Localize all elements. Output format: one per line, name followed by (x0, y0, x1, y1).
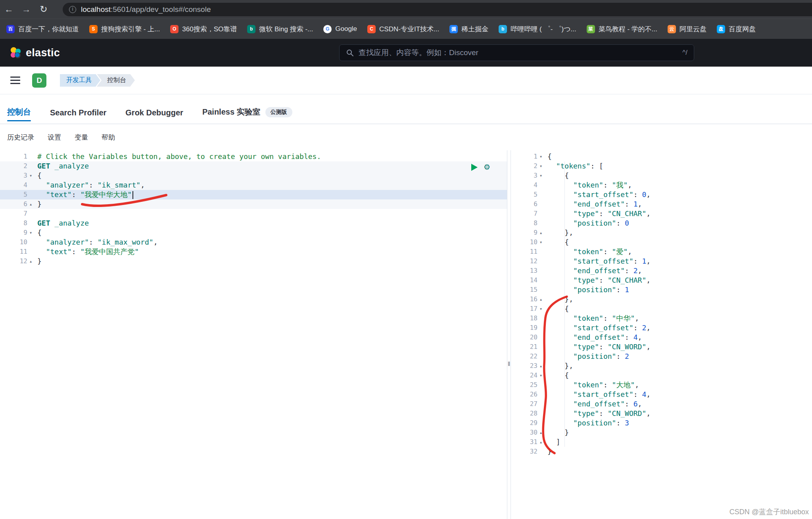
code-line-30[interactable]: 30▴ } (511, 428, 812, 437)
elastic-logo[interactable]: elastic (10, 47, 60, 59)
space-avatar[interactable]: D (32, 73, 46, 88)
wrench-icon[interactable]: ⚙ (484, 163, 490, 172)
line-number: 25 (530, 380, 537, 390)
bookmark-item[interactable]: GGoogle (323, 25, 357, 33)
bookmark-item[interactable]: b哔哩哔哩 ( ゜- ゜)つ... (499, 25, 576, 34)
tab-grok-debugger[interactable]: Grok Debugger (125, 108, 183, 124)
code-line-31[interactable]: 31▴ ] (511, 437, 812, 447)
toolbar-settings[interactable]: 设置 (48, 133, 61, 142)
code-line-12[interactable]: 12▴} (0, 257, 507, 266)
fold-down-icon[interactable]: ▾ (537, 152, 544, 161)
fold-down-icon[interactable]: ▾ (537, 161, 544, 171)
code-line-6[interactable]: 6 "end_offset": 1, (511, 199, 812, 209)
code-line-26[interactable]: 26 "start_offset": 4, (511, 390, 812, 399)
code-line-5[interactable]: 5 "text": "我爱中华大地" (0, 190, 507, 199)
tab-console[interactable]: 控制台 (7, 107, 31, 124)
fold-down-icon[interactable]: ▾ (537, 304, 544, 314)
fold-up-icon[interactable]: ▴ (537, 437, 544, 447)
code-line-1[interactable]: 1# Click the Variables button, above, to… (0, 152, 507, 161)
code-line-2[interactable]: 2GET _analyze (0, 161, 507, 171)
bookmark-item[interactable]: O360搜索，SO靠谱 (170, 25, 237, 34)
code-line-2[interactable]: 2▾ "tokens": [ (511, 161, 812, 171)
response-output[interactable]: 1▾{2▾ "tokens": [3▾ {4 "token": "我",5 "s… (511, 150, 812, 456)
code-line-19[interactable]: 19 "start_offset": 2, (511, 323, 812, 333)
bookmark-item[interactable]: b微软 Bing 搜索 -... (247, 25, 313, 34)
response-output-panel[interactable]: 1▾{2▾ "tokens": [3▾ {4 "token": "我",5 "s… (511, 150, 812, 519)
code-line-15[interactable]: 15 "position": 1 (511, 285, 812, 295)
global-search-input[interactable]: 查找应用、内容等。例如：Discover ^/ (339, 44, 694, 61)
fold-up-icon[interactable]: ▴ (537, 295, 544, 304)
code-line-7[interactable]: 7 "type": "CN_CHAR", (511, 209, 812, 218)
bookmark-favicon: 盘 (717, 25, 725, 33)
code-line-9[interactable]: 9▴ }, (511, 228, 812, 237)
code-line-3[interactable]: 3▾{ (0, 171, 507, 180)
code-line-32[interactable]: 32} (511, 447, 812, 456)
tab-search-profiler[interactable]: Search Profiler (50, 108, 106, 124)
bookmark-item[interactable]: S搜狗搜索引擎 - 上... (89, 25, 160, 34)
panel-splitter[interactable]: ‖ (507, 150, 511, 519)
send-request-button[interactable] (471, 164, 478, 171)
site-info-icon[interactable]: i (69, 6, 76, 13)
code-line-21[interactable]: 21 "type": "CN_WORD", (511, 342, 812, 352)
menu-icon[interactable] (10, 77, 20, 84)
fold-up-icon[interactable]: ▴ (537, 428, 544, 437)
fold-up-icon[interactable]: ▴ (27, 199, 34, 209)
code-line-10[interactable]: 10▾ { (511, 237, 812, 247)
code-line-12[interactable]: 12 "start_offset": 1, (511, 257, 812, 266)
toolbar-help[interactable]: 帮助 (102, 133, 115, 142)
toolbar-history[interactable]: 历史记录 (7, 133, 34, 142)
bookmark-item[interactable]: 菜菜鸟教程 - 学的不... (587, 25, 657, 34)
code-line-24[interactable]: 24▾ { (511, 371, 812, 380)
toolbar-variables[interactable]: 变量 (75, 133, 88, 142)
code-line-14[interactable]: 14 "type": "CN_CHAR", (511, 276, 812, 285)
url-bar[interactable]: i localhost:5601/app/dev_tools#/console (63, 3, 812, 16)
code-line-23[interactable]: 23▴ }, (511, 361, 812, 371)
code-line-11[interactable]: 11 "token": "爱", (511, 247, 812, 257)
code-line-25[interactable]: 25 "token": "大地", (511, 380, 812, 390)
back-icon[interactable]: ← (0, 4, 17, 15)
bookmark-item[interactable]: 百百度一下，你就知道 (6, 25, 79, 34)
code-line-13[interactable]: 13 "end_offset": 2, (511, 266, 812, 276)
fold-down-icon[interactable]: ▾ (27, 228, 34, 237)
code-line-5[interactable]: 5 "start_offset": 0, (511, 190, 812, 199)
breadcrumb-dev-tools[interactable]: 开发工具 (60, 74, 100, 87)
forward-icon[interactable]: → (17, 4, 35, 15)
fold-down-icon[interactable]: ▾ (27, 171, 34, 180)
code-line-4[interactable]: 4 "token": "我", (511, 180, 812, 190)
fold-up-icon[interactable]: ▴ (537, 228, 544, 237)
fold-down-icon[interactable]: ▾ (537, 371, 544, 380)
code-line-6[interactable]: 6▴} (0, 199, 507, 209)
code-line-18[interactable]: 18 "token": "中华", (511, 314, 812, 323)
bookmark-item[interactable]: CCSDN-专业IT技术... (367, 25, 439, 34)
breadcrumb-console[interactable]: 控制台 (97, 74, 135, 87)
code-line-10[interactable]: 10 "analyzer": "ik_max_word", (0, 237, 507, 247)
bookmark-item[interactable]: 云阿里云盘 (668, 25, 706, 34)
reload-icon[interactable]: ↻ (35, 4, 52, 15)
code-line-17[interactable]: 17▾ { (511, 304, 812, 314)
code-line-1[interactable]: 1▾{ (511, 152, 812, 161)
code-line-16[interactable]: 16▴ }, (511, 295, 812, 304)
code-line-8[interactable]: 8GET _analyze (0, 218, 507, 228)
gutter: 28 (511, 409, 544, 418)
code-line-8[interactable]: 8 "position": 0 (511, 218, 812, 228)
code-line-11[interactable]: 11 "text": "我爱中国共产党" (0, 247, 507, 257)
code-line-29[interactable]: 29 "position": 3 (511, 418, 812, 428)
code-line-9[interactable]: 9▾{ (0, 228, 507, 237)
code-line-7[interactable]: 7 (0, 209, 507, 218)
fold-up-icon[interactable]: ▴ (27, 257, 34, 266)
code-line-22[interactable]: 22 "position": 2 (511, 352, 812, 361)
tab-painless-lab[interactable]: Painless 实验室 公测版 (202, 107, 292, 124)
code-line-4[interactable]: 4 "analyzer": "ik_smart", (0, 180, 507, 190)
code-line-27[interactable]: 27 "end_offset": 6, (511, 399, 812, 409)
request-editor[interactable]: 1# Click the Variables button, above, to… (0, 150, 507, 266)
bookmark-item[interactable]: 盘百度网盘 (717, 25, 756, 34)
request-editor-panel[interactable]: 1# Click the Variables button, above, to… (0, 150, 507, 519)
fold-down-icon[interactable]: ▾ (537, 237, 544, 247)
code-line-3[interactable]: 3▾ { (511, 171, 812, 180)
fold-up-icon[interactable]: ▴ (537, 361, 544, 371)
code-line-20[interactable]: 20 "end_offset": 4, (511, 333, 812, 342)
fold-down-icon[interactable]: ▾ (537, 171, 544, 180)
bookmark-item[interactable]: 掘稀土掘金 (449, 25, 488, 34)
code-text: "position": 2 (544, 352, 629, 361)
code-line-28[interactable]: 28 "type": "CN_WORD", (511, 409, 812, 418)
